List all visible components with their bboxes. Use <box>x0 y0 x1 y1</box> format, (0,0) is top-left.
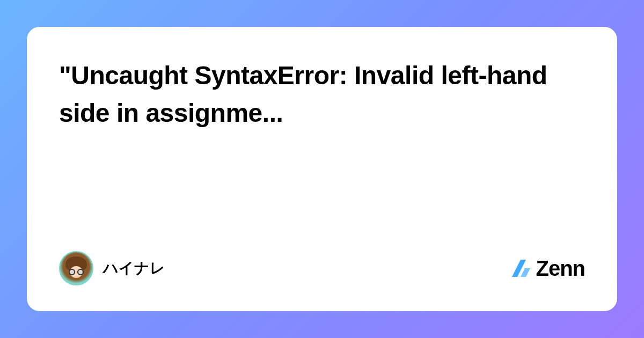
author-block: ハイナレ <box>59 251 165 285</box>
zenn-icon <box>510 258 531 279</box>
author-name: ハイナレ <box>103 258 165 278</box>
avatar <box>59 251 93 285</box>
content-card: "Uncaught SyntaxError: Invalid left-hand… <box>27 27 617 311</box>
brand-name: Zenn <box>536 256 585 281</box>
card-footer: ハイナレ Zenn <box>59 251 585 285</box>
page-title: "Uncaught SyntaxError: Invalid left-hand… <box>59 57 585 131</box>
brand-logo: Zenn <box>510 256 585 281</box>
